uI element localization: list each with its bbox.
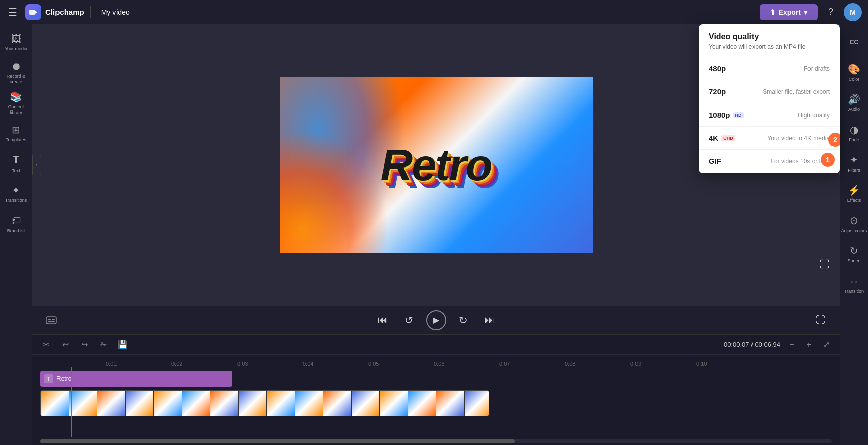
quality-option-720p[interactable]: 720p Smaller file, faster export xyxy=(699,80,840,103)
timeline-scrollbar-thumb[interactable] xyxy=(40,439,515,443)
fullscreen-button[interactable]: ⛶ xyxy=(820,259,830,270)
quality-option-4k-desc: Your video to 4K media xyxy=(767,135,830,142)
sidebar-item-your-media[interactable]: 🖼 Your media xyxy=(2,28,30,57)
sidebar-item-templates[interactable]: ⊞ Templates xyxy=(2,119,30,147)
sidebar-item-transition[interactable]: ↔ Transition xyxy=(840,270,869,299)
ruler-mark-0:10: 0:10 xyxy=(696,361,707,367)
sidebar-item-speed[interactable]: ↻ Speed xyxy=(840,240,869,268)
quality-option-1080p[interactable]: 1080p HD High quality xyxy=(699,103,840,127)
rewind-5s-button[interactable]: ↺ xyxy=(400,311,418,329)
video-thumb-1 xyxy=(41,391,69,416)
timeline-scrollbar[interactable] xyxy=(40,439,832,443)
collapse-left-panel-button[interactable]: › xyxy=(32,155,41,175)
sidebar-item-label: Color xyxy=(849,77,860,82)
quality-option-4k[interactable]: 4K UHD Your video to 4K media xyxy=(699,127,840,150)
sidebar-item-content-library[interactable]: 📚 Content library xyxy=(2,89,30,117)
sidebar-item-audio[interactable]: 🔊 Audio xyxy=(840,89,869,117)
zoom-in-button[interactable]: + xyxy=(801,337,817,352)
play-button[interactable]: ▶ xyxy=(426,310,446,330)
skip-forward-button[interactable]: ⏭ xyxy=(481,311,499,329)
audio-icon: 🔊 xyxy=(848,93,860,105)
text-track[interactable]: T Retro xyxy=(40,371,232,387)
sidebar-item-transitions[interactable]: ✦ Transitions xyxy=(2,180,30,208)
split-button[interactable]: ✂ xyxy=(38,337,53,352)
video-thumb-2 xyxy=(69,391,97,416)
video-thumb-7 xyxy=(210,391,239,416)
sidebar-item-label: Text xyxy=(12,168,20,174)
timeline-tracks: T Retro xyxy=(32,367,840,437)
preview-canvas: Retro xyxy=(280,77,593,253)
templates-icon: ⊞ xyxy=(12,124,20,136)
color-icon: 🎨 xyxy=(848,63,860,75)
sidebar-item-label: Content library xyxy=(3,104,29,116)
sidebar-item-label: Filters xyxy=(848,168,860,173)
text-icon: T xyxy=(13,153,19,166)
video-thumb-11 xyxy=(323,391,352,416)
ruler-mark-0:03: 0:03 xyxy=(237,361,248,367)
sidebar-item-label: Audio xyxy=(848,107,860,113)
playback-bar: ⏮ ↺ ▶ ↻ ⏭ ⛶ xyxy=(32,306,840,334)
timeline-ruler: 0:01 0:02 0:03 0:04 0:05 0:06 0:07 0:08 … xyxy=(32,355,840,367)
forward-5s-button[interactable]: ↻ xyxy=(454,311,473,329)
sidebar-item-label: Adjust colors xyxy=(841,228,867,234)
video-thumb-15 xyxy=(436,391,465,416)
video-track[interactable] xyxy=(40,390,489,416)
svg-rect-0 xyxy=(29,10,35,15)
sidebar-item-adjust-colors[interactable]: ⊙ Adjust colors xyxy=(840,210,869,238)
transitions-icon: ✦ xyxy=(12,184,20,196)
quality-option-gif-desc: For videos 10s or less xyxy=(771,158,830,165)
help-button[interactable]: ? xyxy=(822,3,840,21)
sidebar-item-fade[interactable]: ◑ Fade xyxy=(840,119,869,147)
playback-right-controls: ⛶ xyxy=(812,311,830,329)
sidebar-item-captions[interactable]: CC xyxy=(840,28,869,57)
preview-image: Retro xyxy=(280,77,593,253)
quality-option-gif-label: GIF xyxy=(709,157,721,165)
video-thumb-12 xyxy=(352,391,380,416)
skip-back-button[interactable]: ⏮ xyxy=(374,311,392,329)
sidebar-item-text[interactable]: T Text xyxy=(2,149,30,178)
quality-dropdown-header: Video quality Your video will export as … xyxy=(699,24,840,57)
cut-button[interactable]: ✁ xyxy=(96,337,111,352)
app-name: Clipchamp xyxy=(45,8,84,16)
sidebar-item-label: Transitions xyxy=(5,198,27,203)
export-icon: ⬆ xyxy=(770,8,776,16)
sidebar-item-record-create[interactable]: ⏺ Record & create xyxy=(2,59,30,87)
fullscreen-preview-button[interactable]: ⛶ xyxy=(812,311,830,329)
redo-button[interactable]: ↪ xyxy=(77,337,92,352)
zoom-out-button[interactable]: − xyxy=(784,337,799,352)
avatar[interactable]: M xyxy=(844,3,862,21)
menu-button[interactable]: ☰ xyxy=(6,4,19,20)
filters-icon: ✦ xyxy=(850,154,858,166)
save-button[interactable]: 💾 xyxy=(115,337,130,352)
quality-dropdown-title: Video quality xyxy=(709,32,830,41)
sidebar-item-color[interactable]: 🎨 Color xyxy=(840,59,869,87)
quality-option-480p-label: 480p xyxy=(709,64,726,73)
sidebar-item-filters[interactable]: ✦ Filters xyxy=(840,149,869,178)
quality-option-4k-label: 4K UHD xyxy=(709,134,735,142)
quality-option-gif[interactable]: GIF For videos 10s or less xyxy=(699,150,840,173)
undo-button[interactable]: ↩ xyxy=(57,337,73,352)
uhd-badge: UHD xyxy=(721,135,735,141)
video-thumb-16 xyxy=(465,391,489,416)
video-thumb-5 xyxy=(154,391,182,416)
separator xyxy=(90,6,91,18)
ruler-mark-0:01: 0:01 xyxy=(106,361,117,367)
sidebar-item-brand-kit[interactable]: 🏷 Brand kit xyxy=(2,210,30,238)
ruler-mark-0:02: 0:02 xyxy=(171,361,182,367)
topbar: ☰ Clipchamp ⬆ Export ▾ ? M xyxy=(0,0,868,24)
svg-rect-2 xyxy=(46,317,56,324)
video-thumb-8 xyxy=(239,391,267,416)
video-title-input[interactable] xyxy=(97,6,194,19)
captions-button[interactable] xyxy=(42,311,61,329)
fit-timeline-button[interactable]: ⤢ xyxy=(819,337,834,352)
ruler-mark-0:09: 0:09 xyxy=(630,361,641,367)
speed-icon: ↻ xyxy=(850,245,858,257)
effects-icon: ⚡ xyxy=(848,184,860,196)
quality-option-480p-desc: For drafts xyxy=(804,65,830,72)
quality-dropdown: Video quality Your video will export as … xyxy=(699,24,840,173)
sidebar-item-label: Templates xyxy=(6,137,26,143)
app-logo: Clipchamp xyxy=(25,4,84,20)
export-button[interactable]: ⬆ Export ▾ xyxy=(760,4,818,20)
quality-option-480p[interactable]: 480p For drafts xyxy=(699,57,840,80)
sidebar-item-effects[interactable]: ⚡ Effects xyxy=(840,180,869,208)
